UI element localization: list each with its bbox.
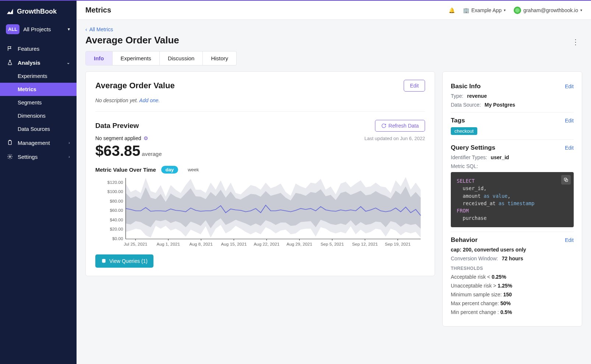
caret-down-icon: ▾ [580,8,582,12]
threshold-row: Min percent change : 0.5% [451,309,574,315]
more-menu-icon[interactable]: ⋮ [569,36,582,48]
copy-icon [563,177,569,182]
refresh-icon [381,123,386,128]
edit-label: Edit [410,83,419,89]
nav-datasources-label: Data Sources [18,126,50,132]
project-badge: ALL [6,24,20,34]
user-selector[interactable]: graham@growthbook.io ▾ [514,7,582,14]
org-selector[interactable]: 🏢 Example App ▾ [463,7,506,13]
svg-text:Sep 5, 2021: Sep 5, 2021 [321,242,344,246]
sidebar: GrowthBook ALL All Projects ▼ Features A… [0,1,77,364]
logo[interactable]: GrowthBook [0,5,77,21]
ds-key: Data Source: [451,102,481,108]
threshold-row: Acceptable risk < 0.25% [451,274,574,280]
bell-icon[interactable]: 🔔 [449,7,455,13]
overview-title: Average Order Value [95,81,404,90]
nav-management-label: Management [18,140,50,146]
database-icon [101,258,106,264]
segment-label: No segment applied [95,135,141,141]
edit-behavior[interactable]: Edit [565,237,574,243]
caret-down-icon: ▾ [504,8,506,12]
nav-settings[interactable]: Settings › [0,150,77,164]
chevron-right-icon: › [68,154,70,159]
nav-features[interactable]: Features [0,42,77,56]
conv-val: 72 hours [502,256,523,261]
behavior-summary: cap: 200, converted users only [451,247,574,253]
data-preview-title: Data Preview [95,122,375,130]
nav-metrics[interactable]: Metrics [0,83,77,96]
preview-value-num: $63.85 [95,143,140,159]
last-updated: Last updated on Jun 6, 2022 [364,136,425,141]
caret-down-icon: ▼ [67,27,71,31]
refresh-data-button[interactable]: Refresh Data [375,120,425,132]
avatar [514,7,521,14]
breadcrumb-back[interactable]: ‹ All Metrics [85,26,582,32]
queries-label: View Queries (1) [109,258,148,264]
svg-text:$20.00: $20.00 [110,227,123,231]
tab-discussion[interactable]: Discussion [160,51,203,65]
type-key: Type: [451,93,463,99]
tab-experiments[interactable]: Experiments [113,51,160,65]
nav-segments[interactable]: Segments [0,96,77,109]
segment-settings-icon[interactable]: ⚙ [144,135,148,141]
nav-experiments-label: Experiments [18,73,47,79]
toggle-week-label: week [188,167,199,172]
threshold-row: Max percent change: 50% [451,300,574,306]
nav-management[interactable]: Management › [0,136,77,150]
behavior-title: Behavior [451,236,565,244]
svg-text:$80.00: $80.00 [110,199,123,203]
nav-analysis[interactable]: Analysis ⌄ [0,56,77,69]
id-types-val: user_id [491,154,509,160]
nav-settings-label: Settings [18,154,38,160]
edit-query-settings[interactable]: Edit [565,145,574,151]
nav-metrics-label: Metrics [18,86,36,92]
edit-basic-info[interactable]: Edit [565,83,574,89]
sql-label: Metric SQL: [451,163,478,169]
add-description-link[interactable]: Add one. [139,97,160,103]
edit-label: Edit [565,237,574,243]
tab-info[interactable]: Info [86,51,113,65]
add-one-label: Add one. [139,97,160,103]
tab-history[interactable]: History [203,51,236,65]
nav-datasources[interactable]: Data Sources [0,122,77,136]
type-val: revenue [467,93,487,99]
svg-text:$60.00: $60.00 [110,208,123,213]
svg-text:Aug 29, 2021: Aug 29, 2021 [287,242,312,246]
ds-val: My Postgres [485,102,515,108]
edit-metric-button[interactable]: Edit [404,80,425,92]
view-queries-button[interactable]: View Queries (1) [95,254,153,268]
nav-analysis-label: Analysis [18,60,40,66]
sql-code: SELECT user_id, amount as value, receive… [451,172,574,227]
toggle-day[interactable]: day [161,166,178,174]
preview-value-sub: average [142,151,162,157]
svg-text:Sep 19, 2021: Sep 19, 2021 [385,242,411,246]
id-types-key: Identifier Types: [451,154,487,160]
svg-rect-0 [8,141,11,145]
project-selector[interactable]: ALL All Projects ▼ [4,23,72,36]
nav-experiments[interactable]: Experiments [0,69,77,83]
svg-text:$100.00: $100.00 [107,190,123,194]
toggle-day-label: day [166,167,174,172]
svg-text:$120.00: $120.00 [107,181,123,185]
threshold-row: Minimum sample size: 150 [451,292,574,297]
edit-label: Edit [565,145,574,151]
user-email: graham@growthbook.io [523,7,578,13]
page-title: Average Order Value [85,35,569,46]
chart-title: Metric Value Over Time [95,167,156,173]
threshold-row: Unacceptable risk > 1.25% [451,283,574,289]
tags-title: Tags [451,117,565,124]
brand-name: GrowthBook [17,8,57,15]
nav-dimensions[interactable]: Dimensions [0,109,77,122]
copy-sql-button[interactable] [561,175,571,185]
chevron-down-icon: ⌄ [67,60,70,65]
basic-info-title: Basic Info [451,83,565,90]
tag-checkout[interactable]: checkout [451,127,477,135]
svg-point-1 [9,156,11,157]
edit-tags[interactable]: Edit [565,118,574,124]
project-label: All Projects [23,26,63,32]
svg-text:Jul 25, 2021: Jul 25, 2021 [124,242,147,246]
org-name: Example App [471,7,502,13]
toggle-week[interactable]: week [183,166,203,174]
gear-icon [7,153,13,160]
details-card: Basic Info Edit Type:revenue Data Source… [442,71,582,326]
